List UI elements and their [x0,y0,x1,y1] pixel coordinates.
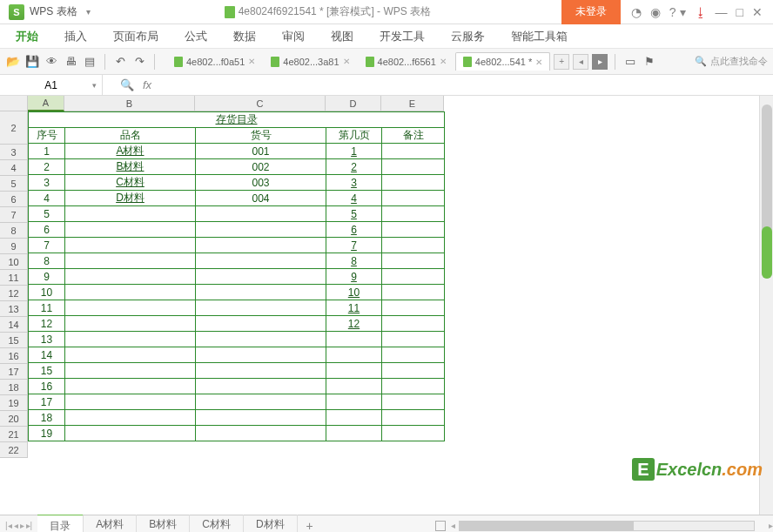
menu-审阅[interactable]: 审阅 [282,29,305,44]
sheet-prev-icon[interactable]: ◂ [14,521,18,530]
row-header-3[interactable]: 3 [0,145,28,160]
sheet-tab-bar: |◂ ◂ ▸ ▸| 目录A材料B材料C材料D材料 + ◂ ▸ [0,515,773,532]
sync-icon[interactable]: ◔ [631,5,642,19]
close-tab-icon[interactable]: ✕ [248,57,255,66]
name-box[interactable]: A1▾ [0,75,103,95]
help-icon[interactable]: ? ▾ [669,5,686,19]
row-headers[interactable]: 2345678910111213141516171819202122 [0,111,28,458]
row-header-8[interactable]: 8 [0,223,28,239]
skin-icon[interactable]: ◉ [650,5,661,19]
add-sheet-button[interactable]: + [298,515,322,533]
file-tab[interactable]: 4e802...541 *✕ [455,52,550,71]
file-tab[interactable]: 4e802...f0a51✕ [167,53,262,71]
menu-开始[interactable]: 开始 [16,29,38,44]
minimize-button[interactable]: — [716,5,728,19]
row-header-21[interactable]: 21 [0,427,28,442]
row-header-14[interactable]: 14 [0,317,28,333]
row-header-15[interactable]: 15 [0,333,28,348]
print-area-icon[interactable]: ▤ [82,54,97,70]
toolbar: 📂 💾 👁 🖶 ▤ ↶ ↷ 4e802...f0a51✕4e802...3a81… [0,49,773,75]
row-header-10[interactable]: 10 [0,254,28,270]
menu-数据[interactable]: 数据 [233,29,256,44]
flag-icon[interactable]: ⚑ [642,54,657,70]
new-tab-button[interactable]: + [554,54,569,70]
sheet-next-icon[interactable]: ▸ [20,521,24,530]
row-header-22[interactable]: 22 [0,442,28,458]
app-logo-icon: S [9,4,24,20]
vertical-scrollbar[interactable] [759,96,773,515]
menu-页面布局[interactable]: 页面布局 [113,29,158,44]
sheet-last-icon[interactable]: ▸| [26,521,33,530]
sheet-tab-B材料[interactable]: B材料 [137,514,190,532]
menu-开发工具[interactable]: 开发工具 [380,29,425,44]
row-header-20[interactable]: 20 [0,411,28,427]
app-menu-dropdown-icon[interactable]: ▾ [83,7,94,17]
sheet-tab-D材料[interactable]: D材料 [244,514,298,532]
row-header-6[interactable]: 6 [0,192,28,207]
menu-插入[interactable]: 插入 [64,29,87,44]
col-header-A[interactable]: A [28,96,64,111]
sheet-first-icon[interactable]: |◂ [5,521,12,530]
menubar: 开始插入页面布局公式数据审阅视图开发工具云服务智能工具箱 [0,24,773,49]
sheet-tab-目录[interactable]: 目录 [37,514,84,532]
sheet-tab-A材料[interactable]: A材料 [84,514,137,532]
spreadsheet-grid[interactable]: ABCDE 2345678910111213141516171819202122… [0,96,773,515]
window-icon[interactable]: ▭ [622,54,638,70]
file-tab[interactable]: 4e802...3a81✕ [264,53,356,71]
search-icon[interactable]: 🔍 [695,56,707,67]
close-tab-icon[interactable]: ✕ [343,57,350,66]
row-header-13[interactable]: 13 [0,301,28,317]
col-header-B[interactable]: B [64,96,195,111]
fx-label[interactable]: fx [143,78,151,91]
row-header-17[interactable]: 17 [0,364,28,380]
row-header-11[interactable]: 11 [0,270,28,286]
row-header-9[interactable]: 9 [0,239,28,254]
undo-icon[interactable]: ↶ [112,54,128,70]
formula-bar: A1▾ 🔍 fx [0,75,773,96]
print-preview-icon[interactable]: 👁 [44,54,59,70]
redo-icon[interactable]: ↷ [131,54,147,70]
row-header-4[interactable]: 4 [0,160,28,176]
row-header-12[interactable]: 12 [0,286,28,301]
col-header-C[interactable]: C [195,96,326,111]
menu-云服务[interactable]: 云服务 [451,29,485,44]
menu-公式[interactable]: 公式 [185,29,207,44]
close-tab-icon[interactable]: ✕ [440,57,447,66]
file-tab[interactable]: 4e802...f6561✕ [359,53,454,71]
row-header-16[interactable]: 16 [0,348,28,364]
col-header-D[interactable]: D [326,96,381,111]
row-header-19[interactable]: 19 [0,395,28,411]
print-icon[interactable]: 🖶 [63,54,78,70]
column-headers[interactable]: ABCDE [28,96,444,111]
maximize-button[interactable]: □ [736,5,743,19]
tab-next-button[interactable]: ▸ [592,54,608,70]
menu-视图[interactable]: 视图 [331,29,353,44]
row-header-7[interactable]: 7 [0,207,28,223]
magnify-icon[interactable]: 🔍 [120,78,134,91]
close-button[interactable]: ✕ [752,5,763,19]
cells[interactable]: 存货目录序号品名货号第几页备注1A材料00112B材料00223C材料00334… [28,111,445,441]
app-name: WPS 表格 [30,4,77,19]
titlebar: S WPS 表格 ▾ 4e8024f6921541 * [兼容模式] - WPS… [0,0,773,24]
split-handle[interactable] [435,521,446,531]
search-placeholder[interactable]: 点此查找命令 [710,55,768,68]
menu-智能工具箱[interactable]: 智能工具箱 [511,29,568,44]
horizontal-scrollbar[interactable] [459,521,755,531]
close-tab-icon[interactable]: ✕ [535,57,542,67]
tab-prev-button[interactable]: ◂ [573,54,588,70]
row-header-2[interactable]: 2 [0,111,28,145]
window-title: 4e8024f6921541 * [兼容模式] - WPS 表格 [239,4,431,19]
col-header-E[interactable]: E [381,96,444,111]
save-icon[interactable]: 💾 [24,54,40,70]
open-icon[interactable]: 📂 [5,54,21,70]
file-tabs: 4e802...f0a51✕4e802...3a81✕4e802...f6561… [167,52,550,71]
row-header-18[interactable]: 18 [0,380,28,395]
login-button[interactable]: 未登录 [561,0,621,24]
select-all-corner[interactable] [0,96,28,111]
pin-icon[interactable]: ⭳ [695,5,707,19]
sheet-tab-C材料[interactable]: C材料 [190,514,244,532]
row-header-5[interactable]: 5 [0,176,28,192]
document-icon [225,6,235,18]
